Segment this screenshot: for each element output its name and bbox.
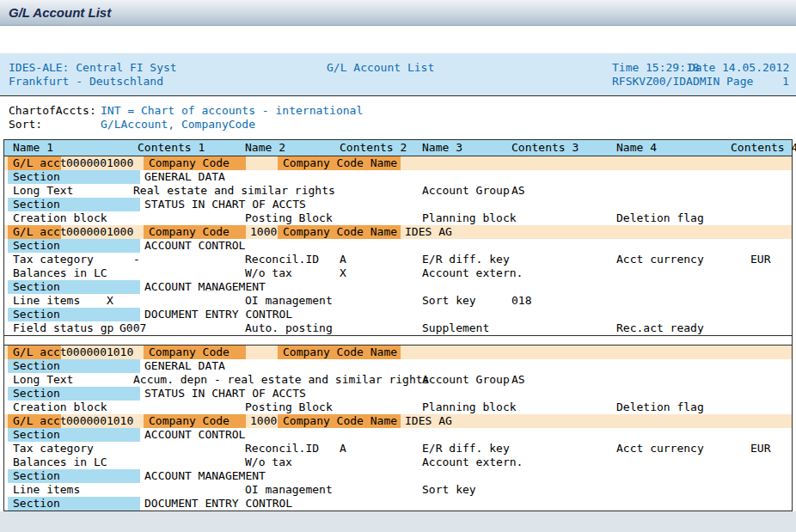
text-cell: Acct currency <box>616 253 704 266</box>
text-cell: Acct currency <box>616 442 704 456</box>
column-header: Contents 4 <box>731 140 796 156</box>
section-row[interactable]: SectionDOCUMENT ENTRY CONTROL <box>4 308 792 321</box>
text-cell: E/R diff. key <box>422 442 510 456</box>
field-row[interactable]: Creation blockPosting BlockPlanning bloc… <box>4 401 792 414</box>
column-header: Contents 1 <box>138 140 205 156</box>
text-cell: Sort key <box>422 294 476 308</box>
text-cell: ACCOUNT MANAGEMENT <box>144 469 266 483</box>
block-separator <box>4 335 792 345</box>
date-value: 14.05.2012 <box>722 61 789 74</box>
section-row[interactable]: SectionSTATUS IN CHART OF ACCTS <box>4 387 792 401</box>
section-row[interactable]: SectionACCOUNT MANAGEMENT <box>4 280 792 294</box>
section-row[interactable]: SectionGENERAL DATA <box>4 359 792 373</box>
text-cell: Long Text <box>13 373 73 387</box>
section-row[interactable]: SectionACCOUNT CONTROL <box>4 239 792 253</box>
highlight-cell: Section <box>8 469 140 483</box>
window-titlebar: G/L Account List <box>0 0 796 26</box>
gl-account-row[interactable]: G/L acct0000001010Company Code1000Compan… <box>4 414 792 428</box>
field-row[interactable]: Line itemsOI managementSort key <box>4 483 792 497</box>
text-cell: Line items <box>13 294 80 308</box>
highlight-cell: Section <box>8 428 140 442</box>
field-row[interactable]: Creation blockPosting BlockPlanning bloc… <box>4 211 792 225</box>
field-row[interactable]: Long TextAccum. depn - real estate and s… <box>4 373 792 387</box>
field-row[interactable]: Line itemsXOI managementSort key018 <box>4 294 792 308</box>
text-cell: Account extern. <box>422 456 523 469</box>
text-cell: Rec.act ready <box>616 321 704 335</box>
text-cell: Accum. depn - real estate and similar ri… <box>133 373 429 387</box>
text-cell: W/o tax <box>245 456 292 469</box>
field-row[interactable]: Tax categoryReconcil.IDAE/R diff. keyAcc… <box>4 442 792 456</box>
field-row[interactable]: Field status gpG007Auto. postingSuppleme… <box>4 321 792 335</box>
text-cell: Creation block <box>13 401 107 414</box>
time-label: Time <box>612 61 639 74</box>
text-cell: Planning block <box>422 401 517 414</box>
window-title: G/L Account List <box>9 5 111 20</box>
chart-of-accounts-value: INT = Chart of accounts - international <box>101 104 363 117</box>
column-header: Name 3 <box>422 140 462 156</box>
system-name: IDES-ALE: Central FI Syst <box>9 61 177 74</box>
field-row[interactable]: Balances in LCW/o taxAccount extern. <box>4 456 792 469</box>
text-cell: AS <box>511 373 525 387</box>
section-row[interactable]: SectionDOCUMENT ENTRY CONTROL <box>4 497 792 511</box>
text-cell: G007 <box>119 321 146 335</box>
gl-account-row[interactable]: G/L acct0000001000Company CodeCompany Co… <box>4 156 792 170</box>
sort-value: G/LAccount, CompanyCode <box>101 118 255 131</box>
text-cell: OI management <box>245 294 333 308</box>
section-row[interactable]: SectionSTATUS IN CHART OF ACCTS <box>4 198 792 211</box>
highlight-cell: Company Code <box>144 345 246 359</box>
program-user: RFSKVZ00/IDADMIN <box>612 75 719 88</box>
text-cell: 1000 <box>250 414 277 428</box>
report-header-panel: IDES-ALE: Central FI Syst G/L Account Li… <box>0 53 796 96</box>
sort-label: Sort: <box>9 118 42 131</box>
text-cell: Account Group <box>422 373 510 387</box>
highlight-cell: G/L acct <box>8 345 61 359</box>
text-cell: X <box>340 266 346 280</box>
page-label: Page <box>726 75 753 88</box>
text-cell: Creation block <box>13 211 107 225</box>
text-cell: 0000001010 <box>66 345 133 359</box>
text-cell: Planning block <box>422 211 517 225</box>
gl-account-row[interactable]: G/L acct0000001000Company Code1000Compan… <box>4 225 792 239</box>
text-cell: STATUS IN CHART OF ACCTS <box>144 387 306 401</box>
field-row[interactable]: Tax category-Reconcil.IDAE/R diff. keyAc… <box>4 253 792 266</box>
text-cell: Posting Block <box>245 211 333 225</box>
text-cell: Reconcil.ID <box>245 442 319 456</box>
gl-account-row[interactable]: G/L acct0000001010Company CodeCompany Co… <box>4 345 792 359</box>
column-header: Contents 3 <box>511 140 579 156</box>
text-cell: 0000001000 <box>66 225 133 239</box>
column-header: Name 1 <box>13 140 53 156</box>
column-header: Name 2 <box>245 140 285 156</box>
text-cell: Real estate and similar rights <box>133 184 335 198</box>
section-row[interactable]: SectionGENERAL DATA <box>4 170 792 184</box>
highlight-cell: Company Code Name <box>278 414 401 428</box>
column-header: Name 4 <box>616 140 657 156</box>
report-title: G/L Account List <box>327 61 434 74</box>
text-cell: GENERAL DATA <box>144 170 225 184</box>
section-row[interactable]: SectionACCOUNT CONTROL <box>4 428 792 442</box>
field-row[interactable]: Balances in LCW/o taxXAccount extern. <box>4 266 792 280</box>
chart-of-accounts-label: ChartofAccts: <box>9 104 96 117</box>
text-cell: Tax category <box>13 253 94 266</box>
section-row[interactable]: SectionACCOUNT MANAGEMENT <box>4 469 792 483</box>
text-cell: 1000 <box>250 225 277 239</box>
text-cell: DOCUMENT ENTRY CONTROL <box>144 497 292 511</box>
text-cell: Balances in LC <box>13 456 107 469</box>
text-cell: ACCOUNT CONTROL <box>144 428 245 442</box>
highlight-cell: Section <box>8 280 140 294</box>
text-cell: Deletion flag <box>616 211 704 225</box>
highlight-cell: Company Code Name <box>278 345 401 359</box>
highlight-cell: G/L acct <box>8 414 61 428</box>
sap-gl-account-list-screen: { "window": { "title": "G/L Account List… <box>0 0 796 532</box>
text-cell: Account Group <box>422 184 510 198</box>
location-name: Frankfurt - Deutschland <box>9 75 163 88</box>
highlight-cell: Section <box>8 170 140 184</box>
field-row[interactable]: Long TextReal estate and similar rightsA… <box>4 184 792 198</box>
text-cell: STATUS IN CHART OF ACCTS <box>144 198 306 211</box>
text-cell: A <box>340 253 346 266</box>
text-cell: ACCOUNT MANAGEMENT <box>144 280 266 294</box>
text-cell: Supplement <box>422 321 489 335</box>
text-cell: Sort key <box>422 483 476 497</box>
text-cell: Reconcil.ID <box>245 253 319 266</box>
highlight-cell: Company Code Name <box>278 225 401 239</box>
highlight-cell: Company Code <box>144 414 246 428</box>
